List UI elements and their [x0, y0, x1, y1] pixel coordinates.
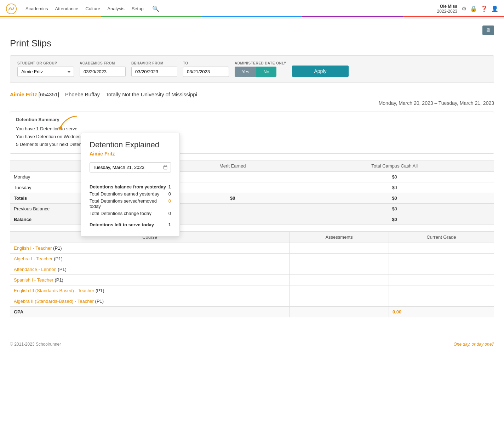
admin-date-label: ADMINISTERED DATE ONLY [235, 61, 286, 65]
course-suffix: (P1) [52, 245, 62, 251]
to-input[interactable] [183, 67, 229, 77]
school-name: Ole Miss [437, 4, 457, 9]
course-grade [389, 264, 494, 275]
course-suffix: (P1) [57, 267, 67, 272]
popup-earned-value: 0 [168, 191, 171, 197]
course-row: Algebra I - Teacher (P1) [10, 254, 494, 264]
date-range: Monday, March 20, 2023 – Tuesday, March … [10, 100, 494, 106]
nav-left: Academics Attendance Culture Analysis Se… [6, 3, 159, 15]
popup-title: Detention Explained [90, 140, 171, 149]
notifications-icon[interactable]: 🔒 [470, 5, 477, 12]
course-link[interactable]: Algebra I - Teacher [14, 256, 53, 261]
summary-cash: $0 [295, 172, 494, 182]
course-suffix: (P1) [53, 277, 63, 283]
footer-tagline: One day, or day one? [453, 342, 494, 347]
course-link[interactable]: Algebra II (Standards-Based) - Teacher [14, 299, 94, 304]
yes-button[interactable]: Yes [235, 67, 256, 77]
popup-change-row: Total Detentions change today 0 [90, 211, 171, 216]
popup-left-label: Detentions left to serve today [90, 222, 154, 227]
popup-left-row: Detentions left to serve today 1 [90, 222, 171, 227]
nav-analysis[interactable]: Analysis [107, 5, 124, 13]
student-select[interactable]: Aimie Fritz [17, 67, 74, 77]
summary-cash: $0 [295, 193, 494, 204]
course-row: English I - Teacher (P1) [10, 243, 494, 254]
nav-academics[interactable]: Academics [25, 5, 48, 13]
footer: © 2011-2023 Schoolrunner One day, or day… [0, 336, 504, 352]
student-name-link[interactable]: Aimie Fritz [10, 91, 37, 97]
nav-attendance[interactable]: Attendance [55, 5, 79, 13]
popup-served-label: Total Detentions served/removed today [90, 198, 168, 209]
popup-change-label: Total Detentions change today [90, 211, 151, 216]
summary-cash: $0 [295, 214, 494, 225]
popup-served-value: 0 [168, 198, 171, 209]
academics-from-filter: ACADEMICS FROM [80, 61, 126, 77]
popup-change-value: 0 [168, 211, 171, 216]
summary-cash: $0 [295, 182, 494, 193]
course-link[interactable]: Spanish I - Teacher [14, 277, 53, 283]
behavior-from-input[interactable] [131, 67, 177, 77]
course-col-grade: Current Grade [389, 232, 494, 243]
course-assessments [290, 254, 389, 264]
logo-icon[interactable] [6, 3, 17, 15]
student-group-filter: STUDENT OR GROUP Aimie Fritz [17, 61, 74, 77]
popup-earned-label: Total Detentions earned yesterday [90, 191, 159, 197]
course-row: English III (Standards-Based) - Teacher … [10, 285, 494, 296]
user-icon[interactable]: 👤 [491, 5, 498, 12]
summary-col-merit: Merit Earned [170, 160, 295, 172]
detention-popup: Detention Explained Aimie Fritz Detentio… [81, 133, 180, 237]
print-button[interactable]: 🖶 [482, 26, 494, 35]
student-group-label: STUDENT OR GROUP [17, 61, 74, 65]
course-link[interactable]: English I - Teacher [14, 245, 52, 251]
course-assessments [290, 275, 389, 285]
summary-merit [170, 172, 295, 182]
course-row: GPA0.00 [10, 307, 494, 317]
course-grade [389, 275, 494, 285]
course-assessments [290, 307, 389, 317]
course-row: Attendance - Lennon (P1) [10, 264, 494, 275]
student-id: [654351] – Phoebe Buffay – Totally Not t… [39, 91, 197, 97]
course-name: Algebra II (Standards-Based) - Teacher (… [10, 296, 290, 307]
course-link[interactable]: English III (Standards-Based) - Teacher [14, 288, 94, 293]
detention-line1: You have 1 Detention to serve. [16, 125, 488, 133]
yes-no-buttons: Yes No [235, 67, 286, 77]
academics-from-input[interactable] [80, 67, 126, 77]
course-grade [389, 243, 494, 254]
course-name: GPA [10, 307, 290, 317]
academics-from-label: ACADEMICS FROM [80, 61, 126, 65]
filter-bar: STUDENT OR GROUP Aimie Fritz ACADEMICS F… [10, 55, 494, 83]
course-link[interactable]: Attendance - Lennon [14, 267, 57, 272]
settings-icon[interactable]: ⚙ [462, 5, 466, 12]
course-assessments [290, 243, 389, 254]
top-nav: Academics Attendance Culture Analysis Se… [0, 0, 504, 18]
popup-served-row: Total Detentions served/removed today 0 [90, 198, 171, 209]
course-grade [389, 285, 494, 296]
school-info: Ole Miss 2022-2023 [437, 4, 457, 14]
student-info: Aimie Fritz [654351] – Phoebe Buffay – T… [10, 91, 197, 97]
course-suffix: (P1) [94, 299, 104, 304]
course-name: Attendance - Lennon (P1) [10, 264, 290, 275]
top-icons: ⚙ 🔒 ❓ 👤 [462, 5, 498, 12]
course-suffix: (P1) [94, 288, 104, 293]
summary-col-cash: Total Campus Cash All [295, 160, 494, 172]
course-grade: 0.00 [389, 307, 494, 317]
course-name: English I - Teacher (P1) [10, 243, 290, 254]
nav-right: Ole Miss 2022-2023 ⚙ 🔒 ❓ 👤 [437, 4, 498, 14]
course-grade [389, 296, 494, 307]
apply-button[interactable]: Apply [292, 66, 349, 77]
search-icon[interactable]: 🔍 [152, 5, 159, 12]
to-label: TO [183, 61, 229, 65]
main-nav: Academics Attendance Culture Analysis Se… [25, 5, 144, 13]
nav-setup[interactable]: Setup [132, 5, 144, 13]
student-header: Aimie Fritz [654351] – Phoebe Buffay – T… [10, 91, 494, 97]
course-col-assessments: Assessments [290, 232, 389, 243]
popup-student-name: Aimie Fritz [90, 151, 171, 157]
help-icon[interactable]: ❓ [481, 5, 488, 12]
course-assessments [290, 285, 389, 296]
popup-balance-value: 1 [168, 184, 171, 189]
popup-left-value: 1 [168, 222, 171, 227]
popup-balance-label: Detentions balance from yesterday [90, 184, 166, 189]
nav-culture[interactable]: Culture [85, 5, 100, 13]
course-suffix: (P1) [53, 256, 63, 261]
no-button[interactable]: No [256, 67, 276, 77]
popup-date-input[interactable] [90, 162, 171, 172]
